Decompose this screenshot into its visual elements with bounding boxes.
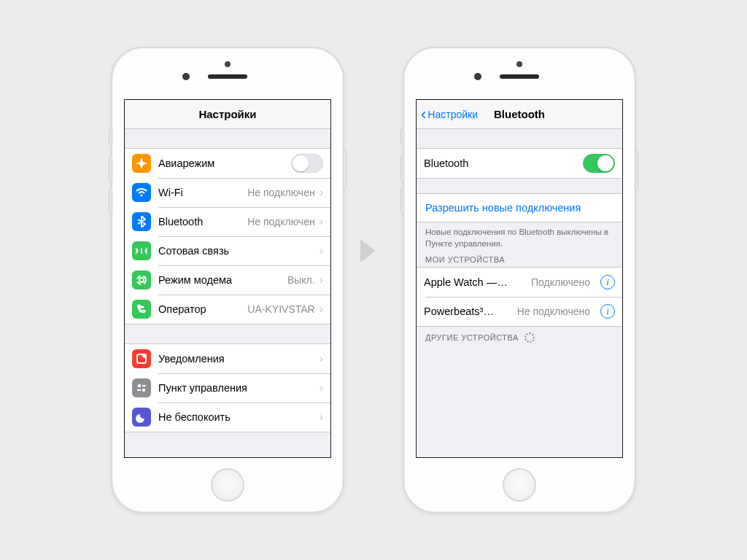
cellular-icon [132, 241, 151, 260]
toggle-label: Bluetooth [424, 158, 468, 169]
row-value: UA-KYIVSTAR [247, 303, 314, 315]
home-button[interactable] [211, 468, 244, 502]
row-value: Не подключен [247, 187, 314, 198]
row-cellular[interactable]: Сотовая связь› [125, 236, 330, 265]
phone-settings: Настройки АвиарежимWi-FiНе подключен›Blu… [111, 47, 344, 513]
row-control[interactable]: Пункт управления› [125, 373, 330, 402]
row-hotspot[interactable]: Режим модемаВыкл.› [125, 265, 330, 295]
row-label: Wi-Fi [158, 187, 183, 198]
page-title: Настройки [125, 108, 330, 120]
my-devices-header: МОИ УСТРОЙСТВА [417, 249, 622, 267]
info-icon[interactable]: i [600, 275, 615, 289]
my-devices-list: Apple Watch —…ПодключеноiPowerbeats³…Не … [417, 267, 622, 327]
volume-down [109, 188, 112, 214]
navbar-bluetooth: ‹ Настройки Bluetooth [417, 100, 622, 129]
proximity-sensor [225, 61, 231, 67]
mute-switch [400, 128, 404, 144]
device-row[interactable]: Powerbeats³…Не подключеноi [417, 297, 622, 326]
info-icon[interactable]: i [600, 304, 615, 319]
bluetooth-icon [132, 212, 151, 231]
spinner-icon [525, 332, 535, 343]
wifi-icon [132, 183, 151, 202]
carrier-icon [132, 300, 151, 319]
front-camera [182, 73, 190, 80]
row-wifi[interactable]: Wi-FiНе подключен› [125, 178, 330, 207]
settings-group-connectivity: АвиарежимWi-FiНе подключен›BluetoothНе п… [125, 148, 330, 324]
bluetooth-toggle-group: Bluetooth [417, 148, 622, 179]
proximity-sensor [516, 61, 522, 67]
row-value: Выкл. [287, 274, 315, 286]
sequence-arrow-icon [360, 239, 375, 262]
allow-new-connections-link[interactable]: Разрешить новые подключения [417, 193, 622, 222]
row-label: Оператор [158, 303, 206, 315]
airplane-icon [132, 154, 151, 173]
volume-down [400, 188, 404, 214]
row-label: Bluetooth [158, 216, 203, 228]
row-label: Не беспокоить [158, 411, 231, 423]
dnd-icon [132, 408, 151, 427]
footer-note: Новые подключения по Bluetooth выключены… [417, 222, 622, 249]
screen-settings: Настройки АвиарежимWi-FiНе подключен›Blu… [124, 99, 331, 458]
volume-up [400, 156, 404, 182]
row-label: Уведомления [158, 353, 225, 365]
row-dnd[interactable]: Не беспокоить› [125, 402, 330, 432]
row-label: Сотовая связь [158, 245, 229, 257]
phone-bluetooth: ‹ Настройки Bluetooth Bluetooth Разрешит… [403, 47, 636, 513]
device-status: Подключено [531, 276, 590, 288]
bluetooth-switch[interactable] [583, 154, 615, 173]
power-button [635, 150, 638, 190]
back-button[interactable]: ‹ Настройки [417, 109, 478, 120]
other-devices-header: ДРУГИЕ УСТРОЙСТВА [417, 327, 622, 346]
device-name: Powerbeats³… [424, 306, 494, 317]
device-name: Apple Watch —… [424, 276, 508, 288]
power-button [343, 150, 347, 190]
allow-new-label: Разрешить новые подключения [425, 202, 581, 214]
control-icon [132, 378, 151, 397]
row-carrier[interactable]: ОператорUA-KYIVSTAR› [125, 295, 330, 324]
row-label: Режим модема [158, 274, 232, 286]
notify-icon [132, 349, 151, 368]
row-bluetooth-toggle[interactable]: Bluetooth [417, 149, 622, 178]
earpiece-speaker [500, 74, 539, 79]
row-label: Авиарежим [158, 158, 214, 169]
volume-up [109, 156, 112, 182]
device-row[interactable]: Apple Watch —…Подключеноi [417, 268, 622, 297]
screen-bluetooth: ‹ Настройки Bluetooth Bluetooth Разрешит… [416, 99, 623, 458]
home-button[interactable] [503, 468, 536, 502]
back-label: Настройки [427, 109, 478, 120]
settings-group-notifications: Уведомления›Пункт управления›Не беспокои… [125, 343, 330, 432]
row-bluetooth[interactable]: BluetoothНе подключен› [125, 207, 330, 236]
hotspot-icon [132, 271, 151, 289]
row-notify[interactable]: Уведомления› [125, 344, 330, 373]
earpiece-speaker [208, 74, 247, 79]
airplane-switch[interactable] [291, 154, 323, 173]
row-value: Не подключен [247, 216, 314, 228]
navbar-settings: Настройки [125, 100, 330, 129]
mute-switch [109, 128, 112, 144]
row-airplane[interactable]: Авиарежим [125, 149, 330, 178]
front-camera [474, 73, 481, 80]
device-status: Не подключено [517, 306, 590, 317]
row-label: Пункт управления [158, 382, 247, 394]
